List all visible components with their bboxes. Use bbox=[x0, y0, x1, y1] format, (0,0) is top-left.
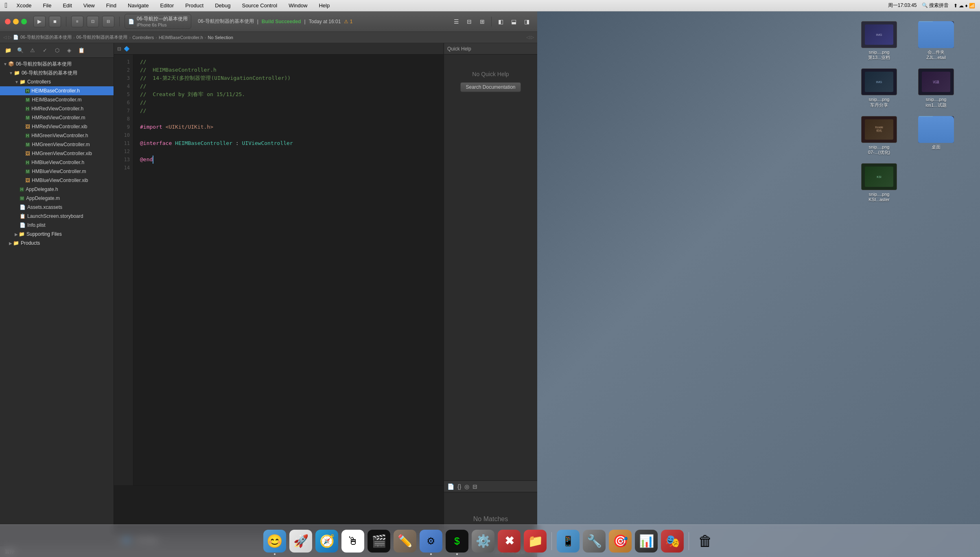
nav-debug-icon[interactable]: ⬡ bbox=[52, 46, 62, 55]
apple-menu[interactable]:  bbox=[5, 1, 8, 10]
nav-report-icon[interactable]: 📋 bbox=[77, 46, 86, 55]
breadcrumb-project1[interactable]: 06-导航控制器的基本使用 bbox=[20, 34, 72, 40]
dock-xmind[interactable]: ✖ bbox=[498, 530, 521, 553]
file-tree-item-heimbase_m[interactable]: MHEIMBaseController.m bbox=[0, 95, 114, 104]
utilities-toggle[interactable]: ◨ bbox=[521, 16, 532, 27]
nav-folder-icon[interactable]: 📁 bbox=[3, 46, 13, 55]
dock-settings[interactable]: ⚙️ bbox=[472, 530, 494, 553]
breadcrumb-nav-right[interactable]: ▷ bbox=[8, 35, 11, 40]
file-tree-item-controllers[interactable]: ▼📁Controllers bbox=[0, 77, 114, 86]
breadcrumb-nav-left[interactable]: ◁ bbox=[3, 35, 7, 40]
dock-launchpad[interactable]: 🚀 bbox=[289, 530, 312, 553]
file-tree-item-hmblue_m[interactable]: MHMBlueViewController.m bbox=[0, 167, 114, 176]
file-tree-item-products[interactable]: ▶📁Products bbox=[0, 239, 114, 248]
desktop-icon-snip2[interactable]: IMG snip....png车丹分享 bbox=[860, 67, 899, 109]
dock-app5[interactable]: 🎭 bbox=[661, 530, 684, 553]
stop-button[interactable]: ■ bbox=[49, 16, 61, 27]
search-documentation-button[interactable]: Search Documentation bbox=[460, 82, 521, 92]
breadcrumb-project2[interactable]: 06-导航控制器的基本使用 bbox=[77, 34, 128, 40]
nav-warning-icon[interactable]: ⚠ bbox=[28, 46, 37, 55]
dock-trash[interactable]: 🗑 bbox=[694, 530, 717, 553]
file-tree-item-appdelegate_h[interactable]: HAppDelegate.h bbox=[0, 185, 114, 194]
nav-breakpoint-icon[interactable]: ◈ bbox=[64, 46, 74, 55]
line-num-11: 11 bbox=[114, 139, 133, 147]
breadcrumb-controllers[interactable]: Controllers bbox=[132, 35, 154, 40]
file-tree-item-heimbase_h[interactable]: HHEIMBaseController.h bbox=[0, 86, 114, 95]
file-tree-item-hmblue_xib[interactable]: 🖼HMBlueViewController.xib bbox=[0, 176, 114, 185]
scheme-selector[interactable]: 📄 06-导航控---的基本使用 iPhone 6s Plus bbox=[125, 14, 191, 29]
qh-table-icon[interactable]: ⊟ bbox=[472, 483, 477, 490]
code-content[interactable]: //// HEIMBaseController.h// 14-第2天(多控制器管… bbox=[133, 55, 444, 485]
dock-app4[interactable]: 📊 bbox=[635, 530, 658, 553]
tree-icon-heimbase_m: M bbox=[25, 98, 30, 102]
code-area[interactable]: 1234567891011121314 //// HEIMBaseControl… bbox=[114, 55, 444, 485]
editor-version-button[interactable]: ⊞ bbox=[477, 16, 488, 27]
nav-right-button[interactable]: ⊡ bbox=[87, 16, 99, 27]
menu-editor[interactable]: Editor bbox=[158, 2, 176, 9]
file-tree-item-supporting[interactable]: ▶📁Supporting Files bbox=[0, 230, 114, 239]
desktop-folder-zjl[interactable]: 会...件夹ZJL...etail bbox=[917, 20, 956, 62]
file-tree-item-hmred_m[interactable]: MHMRedViewController.m bbox=[0, 113, 114, 122]
dock-app2[interactable]: 🔧 bbox=[583, 530, 606, 553]
minimize-button[interactable] bbox=[13, 19, 19, 24]
desktop-icon-ios[interactable]: 试题 snip....pngios1...试题 bbox=[917, 67, 956, 109]
menu-find[interactable]: Find bbox=[104, 2, 119, 9]
file-tree-item-infoplist[interactable]: 📄Info.plist bbox=[0, 221, 114, 230]
nav-left-button[interactable]: ≡ bbox=[71, 16, 83, 27]
debug-toggle[interactable]: ⬓ bbox=[508, 16, 519, 27]
qh-icon-bar: 📄 {} ◎ ⊟ bbox=[444, 481, 537, 492]
desktop-icon-snip1[interactable]: IMG snip....png第13...业档 bbox=[860, 20, 899, 62]
file-tree-item-hmred_h[interactable]: HHMRedViewController.h bbox=[0, 104, 114, 113]
file-tree-item-hmgreen_h[interactable]: HHMGreenViewController.h bbox=[0, 131, 114, 140]
dock-app3[interactable]: 🎯 bbox=[609, 530, 632, 553]
file-tree-item-project[interactable]: ▼📦06-导航控制器的基本使用 bbox=[0, 59, 114, 68]
dock-finder[interactable]: 😊 bbox=[263, 530, 286, 553]
close-button[interactable] bbox=[5, 19, 11, 24]
nav-test-icon[interactable]: ✓ bbox=[40, 46, 50, 55]
qh-circle-icon[interactable]: ◎ bbox=[464, 483, 469, 490]
menu-window[interactable]: Window bbox=[286, 2, 310, 9]
run-button[interactable]: ▶ bbox=[33, 16, 46, 27]
desktop-icon-snip3[interactable]: Xcode优化 snip....png07-...(优化) bbox=[860, 114, 899, 157]
menu-edit[interactable]: Edit bbox=[60, 2, 74, 9]
desktop-icon-col-2: 会...件夹ZJL...etail 试题 snip....pngios1...试… bbox=[917, 20, 956, 151]
file-tree-item-hmred_xib[interactable]: 🖼HMRedViewController.xib bbox=[0, 122, 114, 131]
menu-product[interactable]: Product bbox=[183, 2, 206, 9]
maximize-button[interactable] bbox=[21, 19, 27, 24]
menu-source-control[interactable]: Source Control bbox=[239, 2, 280, 9]
menu-search[interactable]: 🔍 搜索拼音 bbox=[922, 2, 949, 9]
qh-file-icon[interactable]: 📄 bbox=[447, 483, 454, 490]
file-tree-item-assets[interactable]: 📄Assets.xcassets bbox=[0, 203, 114, 212]
qh-bracket-icon[interactable]: {} bbox=[457, 483, 461, 490]
navigator-toggle[interactable]: ◧ bbox=[495, 16, 506, 27]
menu-debug[interactable]: Debug bbox=[212, 2, 233, 9]
menu-xcode[interactable]: Xcode bbox=[14, 2, 34, 9]
desktop-icon-snip4[interactable]: KSI snip....pngKSI...aster bbox=[860, 162, 899, 204]
menu-navigate[interactable]: Navigate bbox=[125, 2, 151, 9]
file-tree-item-launchscreen[interactable]: 📋LaunchScreen.storyboard bbox=[0, 212, 114, 221]
menu-help[interactable]: Help bbox=[316, 2, 332, 9]
file-tree-item-hmgreen_xib[interactable]: 🖼HMGreenViewController.xib bbox=[0, 149, 114, 158]
dock-app1[interactable]: 📱 bbox=[557, 530, 580, 553]
dock-terminal[interactable]: $ bbox=[446, 530, 468, 553]
editor-header: ⊟ 🔷 bbox=[114, 43, 444, 55]
file-tree-item-appdelegate_m[interactable]: MAppDelegate.m bbox=[0, 194, 114, 203]
nav-search-icon[interactable]: 🔍 bbox=[15, 46, 25, 55]
menu-view[interactable]: View bbox=[81, 2, 97, 9]
desktop-folder-desktop[interactable]: 桌面 bbox=[917, 114, 956, 151]
dock-finder2[interactable]: 📁 bbox=[524, 530, 547, 553]
dock-video[interactable]: 🎬 bbox=[368, 530, 390, 553]
editor-assistant-button[interactable]: ⊟ bbox=[464, 16, 475, 27]
editor-standard-button[interactable]: ☰ bbox=[451, 16, 462, 27]
editor-tab-indicator: 🔷 bbox=[124, 46, 130, 52]
dock-safari[interactable]: 🧭 bbox=[315, 530, 338, 553]
dock-pen[interactable]: ✏️ bbox=[394, 530, 416, 553]
breadcrumb-file[interactable]: HEIMBaseController.h bbox=[159, 35, 203, 40]
dock-mouse[interactable]: 🖱 bbox=[341, 530, 364, 553]
file-tree-item-hmgreen_m[interactable]: MHMGreenViewController.m bbox=[0, 140, 114, 149]
file-tree-item-hmblue_h[interactable]: HHMBlueViewController.h bbox=[0, 158, 114, 167]
menu-file[interactable]: File bbox=[40, 2, 54, 9]
nav-split-button[interactable]: ⊟ bbox=[102, 16, 114, 27]
file-tree-item-project2[interactable]: ▼📁06-导航控制器的基本使用 bbox=[0, 68, 114, 77]
dock-xcode-app[interactable]: ⚙ bbox=[420, 530, 442, 553]
